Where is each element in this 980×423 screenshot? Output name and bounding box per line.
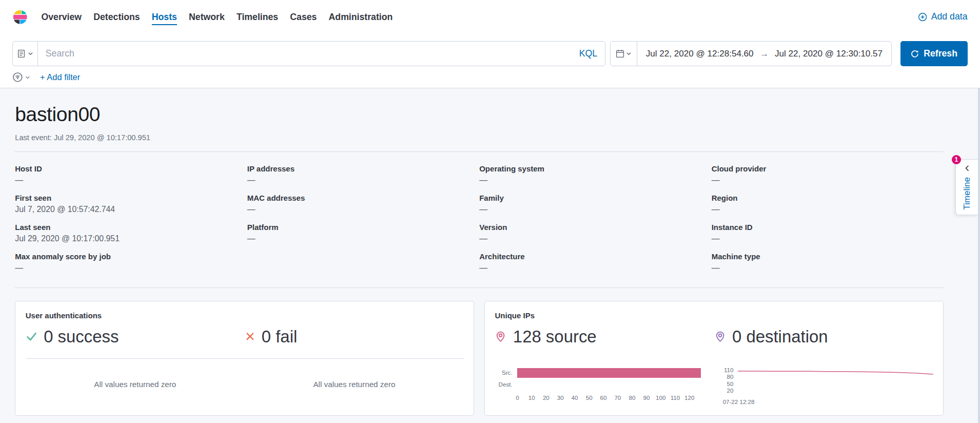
saved-query-menu-button[interactable] [13,42,38,66]
end-date-button[interactable]: Jul 22, 2020 @ 12:30:10.57 [775,49,883,59]
src-bar [517,368,701,377]
unique-ips-line-chart: 110 80 50 20 07-22 12:28 [723,367,933,405]
field-value: — [712,176,944,185]
field-value: — [479,263,711,273]
kql-syntax-button[interactable]: KQL [572,42,605,66]
field-value: — [712,263,944,273]
nav-tab-detections[interactable]: Detections [93,9,140,26]
nav-tab-cases[interactable]: Cases [290,9,317,26]
field-machine-type: Machine type — [712,252,944,273]
chevron-down-icon [626,51,632,56]
x-tick: 70 [614,395,621,401]
fail-count: 0 fail [262,327,298,347]
field-value: — [479,176,711,185]
field-label: Platform [247,223,479,232]
unique-ips-bar-chart: Src. Dest. 0 10 20 30 [495,367,705,405]
field-operating-system: Operating system — [479,164,711,185]
timeline-label: Timeline [962,177,972,210]
date-range-arrow: → [760,49,769,59]
x-tick: 90 [643,395,650,401]
cross-icon [245,331,256,342]
field-label: Max anomaly score by job [15,252,247,261]
x-tick: 10 [528,395,535,401]
field-first-seen: First seen Jul 7, 2020 @ 10:57:42.744 [15,194,247,214]
card-title: Unique IPs [495,311,933,320]
field-value: — [15,176,247,185]
timeline-flyout-toggle[interactable]: 1 Timeline [955,159,978,216]
x-tick: 40 [572,395,578,401]
field-mac-addresses: MAC addresses — [247,194,479,214]
nav-tab-timelines[interactable]: Timelines [237,9,278,26]
y-tick: 50 [727,381,733,387]
nav-tab-overview[interactable]: Overview [41,9,82,26]
bar-category-dest: Dest. [495,379,512,391]
bar-x-axis: 0 10 20 30 40 50 60 70 80 90 [517,395,705,402]
chevron-down-icon [25,75,30,80]
filter-icon [12,72,23,83]
nav-tab-administration[interactable]: Administration [329,9,393,26]
field-value: — [247,176,479,185]
bar-y-axis: Src. Dest. [495,367,517,402]
filter-row: + Add filter [12,72,967,83]
y-tick: 110 [724,367,733,373]
field-label: Machine type [712,252,944,261]
field-value: — [247,234,479,243]
nav-tab-network[interactable]: Network [189,9,225,26]
destination-ip-count: 0 destination [732,327,828,347]
date-range-picker: Jul 22, 2020 @ 12:28:54.60 → Jul 22, 202… [610,41,892,66]
date-quick-menu-button[interactable] [611,42,637,66]
ip-stats-row: 128 source 0 destination [495,327,933,347]
field-value: Jul 7, 2020 @ 10:57:42.744 [15,205,247,214]
field-label: Instance ID [712,223,944,232]
search-input[interactable] [38,42,572,66]
field-label: MAC addresses [247,194,479,202]
x-tick: 20 [543,395,550,401]
page-title: bastion00 [15,103,944,126]
unique-ips-card: Unique IPs 128 source [484,301,944,416]
primary-nav: Overview Detections Hosts Network Timeli… [41,9,393,26]
chevron-left-icon [964,165,970,171]
line-y-axis: 110 80 50 20 [723,367,738,395]
auth-fail-stat: 0 fail [245,327,464,347]
last-event-text: Last event: Jul 29, 2020 @ 10:17:00.951 [15,133,944,142]
card-title: User authentications [26,311,464,320]
map-pin-destination-icon [714,331,726,342]
filter-set-menu-button[interactable] [12,72,30,83]
auth-stats-row: 0 success 0 fail [26,327,464,347]
field-label: Family [479,194,711,202]
y-tick: 20 [727,388,733,394]
add-data-link[interactable]: Add data [918,11,967,22]
field-label: Version [479,223,711,232]
bar-plot-area: 0 10 20 30 40 50 60 70 80 90 [517,367,705,402]
auth-empty-row: All values returned zero All values retu… [26,380,464,389]
start-date-button[interactable]: Jul 22, 2020 @ 12:28:54.60 [646,49,754,59]
field-label: Operating system [479,164,711,173]
check-icon [26,331,37,342]
ip-charts-row: Src. Dest. 0 10 20 30 [495,367,933,405]
field-value: — [15,263,247,273]
refresh-button[interactable]: Refresh [900,41,967,66]
source-ip-count: 128 source [513,327,597,347]
source-ips-stat: 128 source [495,327,714,347]
field-label: Host ID [15,164,247,173]
refresh-icon [911,50,919,58]
overview-column-1: Host ID — First seen Jul 7, 2020 @ 10:57… [15,164,247,281]
x-tick: 120 [684,395,694,401]
x-tick: 30 [557,395,564,401]
divider [15,151,944,152]
refresh-label: Refresh [924,48,957,59]
field-value: — [712,234,944,243]
host-details-page: bastion00 Last event: Jul 29, 2020 @ 10:… [0,88,980,423]
elastic-logo-icon[interactable] [12,9,28,25]
line-plot-area: 07-22 12:28 [738,367,933,405]
x-tick: 110 [671,395,680,401]
add-filter-link[interactable]: + Add filter [40,72,80,82]
timeline-flyout-edge [978,88,980,423]
field-cloud-provider: Cloud provider — [712,164,944,185]
nav-tab-hosts[interactable]: Hosts [152,9,177,26]
field-label: IP addresses [247,164,479,173]
query-bar: KQL Jul 22, 2020 @ 12:28:54.60 → [0,34,980,88]
x-tick: 100 [656,395,665,401]
timeline-count-badge: 1 [952,155,961,164]
field-architecture: Architecture — [479,252,711,273]
